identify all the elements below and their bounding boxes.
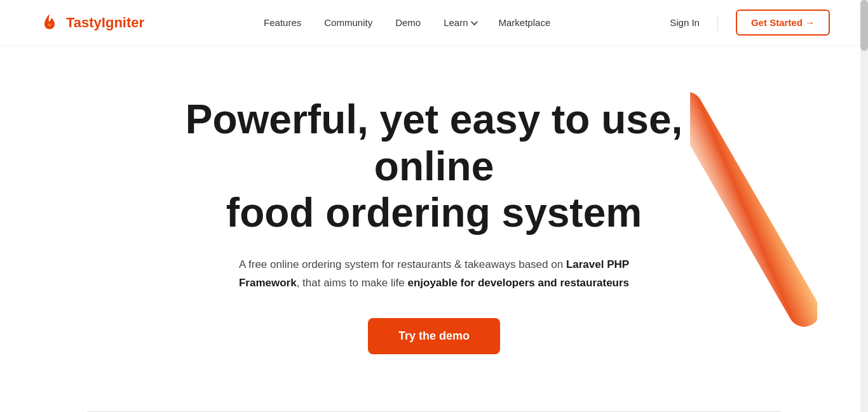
main-nav: TastyIgniter Features Community Demo Lea… bbox=[0, 0, 868, 46]
nav-marketplace[interactable]: Marketplace bbox=[499, 17, 551, 28]
learn-dropdown-icon bbox=[470, 18, 477, 25]
nav-community[interactable]: Community bbox=[324, 17, 372, 28]
hero-heading: Powerful, yet easy to use, online food o… bbox=[148, 96, 720, 237]
scrollbar-thumb[interactable] bbox=[860, 0, 868, 51]
nav-features[interactable]: Features bbox=[264, 17, 301, 28]
nav-divider bbox=[717, 15, 718, 30]
sign-in-link[interactable]: Sign In bbox=[670, 17, 700, 28]
nav-right: Sign In Get Started → bbox=[670, 10, 830, 36]
logo-link[interactable]: TastyIgniter bbox=[38, 11, 144, 34]
nav-demo[interactable]: Demo bbox=[395, 17, 421, 28]
logo-text: TastyIgniter bbox=[66, 15, 144, 31]
nav-links: Features Community Demo Learn Marketplac… bbox=[264, 17, 550, 29]
hero-section: Powerful, yet easy to use, online food o… bbox=[0, 46, 868, 386]
flame-logo-icon bbox=[38, 11, 61, 34]
get-started-button[interactable]: Get Started → bbox=[736, 10, 830, 36]
scrollbar[interactable] bbox=[860, 0, 868, 412]
nav-learn[interactable]: Learn bbox=[444, 17, 475, 28]
try-demo-button[interactable]: Try the demo bbox=[368, 318, 500, 354]
hero-subtext: A free online ordering system for restau… bbox=[218, 256, 650, 293]
